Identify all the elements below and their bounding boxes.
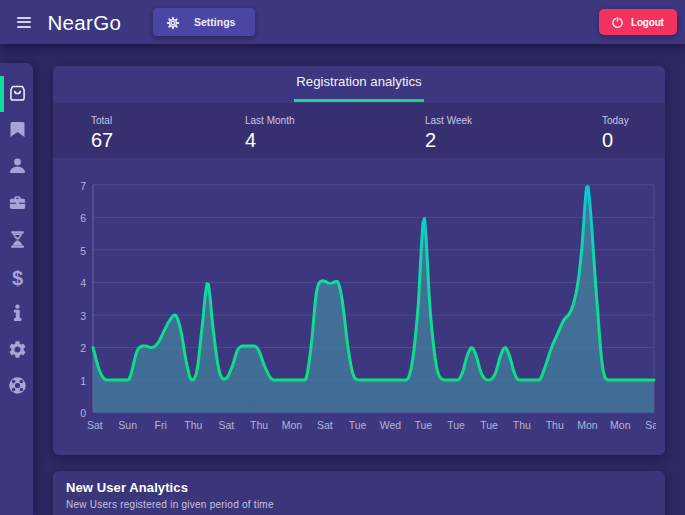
svg-text:5: 5 bbox=[80, 245, 86, 257]
svg-text:7: 7 bbox=[80, 180, 86, 192]
svg-text:Wed: Wed bbox=[380, 419, 402, 431]
svg-text:Tue: Tue bbox=[480, 419, 498, 431]
svg-text:Sat: Sat bbox=[87, 419, 103, 431]
svg-text:Sat: Sat bbox=[218, 419, 234, 431]
svg-text:Tue: Tue bbox=[447, 419, 465, 431]
svg-text:Mon: Mon bbox=[282, 419, 303, 431]
svg-text:Fri: Fri bbox=[154, 419, 166, 431]
svg-text:3: 3 bbox=[80, 310, 86, 322]
svg-text:4: 4 bbox=[80, 277, 86, 289]
svg-text:Thu: Thu bbox=[250, 419, 268, 431]
svg-text:Mon: Mon bbox=[577, 419, 598, 431]
svg-text:Tue: Tue bbox=[349, 419, 367, 431]
svg-text:6: 6 bbox=[80, 212, 86, 224]
svg-text:2: 2 bbox=[80, 342, 86, 354]
svg-text:Tue: Tue bbox=[414, 419, 432, 431]
svg-text:Mon: Mon bbox=[610, 419, 631, 431]
svg-text:Sun: Sun bbox=[118, 419, 137, 431]
svg-text:0: 0 bbox=[80, 407, 86, 419]
svg-text:Thu: Thu bbox=[184, 419, 202, 431]
svg-text:Thu: Thu bbox=[546, 419, 564, 431]
svg-text:$: $ bbox=[11, 268, 22, 287]
svg-text:1: 1 bbox=[80, 375, 86, 387]
svg-text:Sat: Sat bbox=[645, 419, 656, 431]
svg-text:Sat: Sat bbox=[317, 419, 333, 431]
svg-text:Thu: Thu bbox=[513, 419, 531, 431]
